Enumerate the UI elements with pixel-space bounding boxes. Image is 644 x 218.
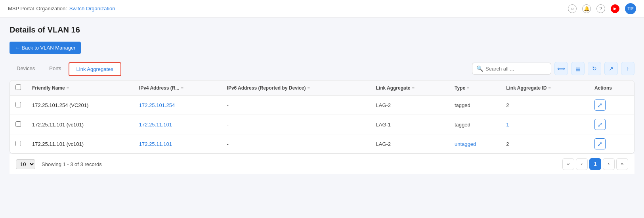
- col-ipv6: IPv6 Address (Reported by Device) ≡: [222, 80, 371, 96]
- expand-row-button-1[interactable]: ⤢: [594, 119, 606, 130]
- row-actions-0[interactable]: ⤢: [589, 96, 634, 115]
- row-ipv6-2: -: [222, 134, 371, 154]
- switch-org-link[interactable]: Switch Organization: [69, 6, 115, 11]
- row-friendly-name-0: 172.25.101.254 (VC201): [27, 96, 134, 115]
- col-lag-id: Link Aggregate ID ≡: [501, 80, 589, 96]
- row-friendly-name-2: 172.25.11.101 (vc101): [27, 134, 134, 154]
- page-title: Details of VLAN 16: [10, 25, 634, 34]
- tab-link-aggregates[interactable]: Link Aggregates: [69, 62, 121, 76]
- search-icon: 🔍: [476, 65, 483, 72]
- last-page-button[interactable]: »: [616, 158, 628, 170]
- pagination-bar: 10 25 50 Showing 1 - 3 of 3 records « ‹ …: [10, 154, 634, 174]
- page-content: Details of VLAN 16 ← Back to VLAN Manage…: [0, 17, 644, 218]
- refresh-button[interactable]: ↻: [588, 62, 601, 75]
- row-actions-1[interactable]: ⤢: [589, 115, 634, 134]
- row-checkbox-0[interactable]: [15, 102, 21, 107]
- header: MSP Portal Organization: Switch Organiza…: [0, 0, 644, 17]
- row-lag-2: LAG-2: [370, 134, 449, 154]
- table-container: Friendly Name ≡ IPv4 Address (R... ≡ IPv…: [10, 80, 634, 154]
- row-type-2: untagged: [449, 134, 501, 154]
- youtube-icon[interactable]: ▶: [611, 4, 619, 13]
- org-label: Organization:: [36, 6, 67, 11]
- search-header-icon[interactable]: ○: [568, 4, 577, 13]
- tabs-toolbar: Devices Ports Link Aggregates 🔍 ⟺ ▤ ↻ ↗ …: [10, 62, 634, 75]
- col-link-aggregate: Link Aggregate ≡: [370, 80, 449, 96]
- row-ipv4-1[interactable]: 172.25.11.101: [134, 115, 222, 134]
- row-checkbox-cell-2[interactable]: [10, 134, 27, 154]
- row-ipv6-1: -: [222, 115, 371, 134]
- row-lag-0: LAG-2: [370, 96, 449, 115]
- expand-row-button-0[interactable]: ⤢: [594, 99, 606, 111]
- filter-ipv4-icon[interactable]: ≡: [181, 86, 183, 90]
- filter-lag-id-icon[interactable]: ≡: [548, 86, 550, 90]
- row-ipv6-0: -: [222, 96, 371, 115]
- per-page-control: 10 25 50: [16, 159, 35, 169]
- filter-friendly-name-icon[interactable]: ≡: [67, 86, 69, 90]
- showing-text: Showing 1 - 3 of 3 records: [42, 161, 102, 167]
- row-lag-id-2: 2: [501, 134, 589, 154]
- per-page-select[interactable]: 10 25 50: [16, 159, 35, 169]
- avatar[interactable]: TP: [625, 3, 636, 14]
- col-actions: Actions: [589, 80, 634, 96]
- main-table: Friendly Name ≡ IPv4 Address (R... ≡ IPv…: [10, 80, 634, 153]
- table-header-row: Friendly Name ≡ IPv4 Address (R... ≡ IPv…: [10, 80, 634, 96]
- row-type-0: tagged: [449, 96, 501, 115]
- filter-type-icon[interactable]: ≡: [467, 86, 469, 90]
- row-type-1: tagged: [449, 115, 501, 134]
- table-row: 172.25.11.101 (vc101) 172.25.11.101 - LA…: [10, 115, 634, 134]
- row-lag-id-0: 2: [501, 96, 589, 115]
- row-checkbox-cell-1[interactable]: [10, 115, 27, 134]
- col-friendly-name: Friendly Name ≡: [27, 80, 134, 96]
- header-right: ○ 🔔 ? ▶ TP: [568, 3, 636, 14]
- search-input[interactable]: [485, 66, 547, 72]
- prev-page-button[interactable]: ‹: [576, 158, 588, 170]
- back-to-vlan-manager-button[interactable]: ← Back to VLAN Manager: [10, 42, 81, 54]
- filter-lag-icon[interactable]: ≡: [412, 86, 414, 90]
- search-box: 🔍: [472, 63, 551, 75]
- filter-ipv6-icon[interactable]: ≡: [308, 86, 310, 90]
- upload-button[interactable]: ↑: [621, 62, 634, 75]
- app-label: MSP Portal: [8, 6, 34, 11]
- expand-columns-button[interactable]: ⟺: [554, 62, 568, 75]
- table-row: 172.25.101.254 (VC201) 172.25.101.254 - …: [10, 96, 634, 115]
- bell-icon[interactable]: 🔔: [582, 4, 591, 13]
- col-ipv4: IPv4 Address (R... ≡: [134, 80, 222, 96]
- row-actions-2[interactable]: ⤢: [589, 134, 634, 154]
- col-type: Type ≡: [449, 80, 501, 96]
- select-all-checkbox[interactable]: [15, 84, 21, 90]
- first-page-button[interactable]: «: [562, 158, 574, 170]
- help-icon[interactable]: ?: [596, 4, 605, 13]
- table-row: 172.25.11.101 (vc101) 172.25.11.101 - LA…: [10, 134, 634, 154]
- row-ipv4-0[interactable]: 172.25.101.254: [134, 96, 222, 115]
- row-friendly-name-1: 172.25.11.101 (vc101): [27, 115, 134, 134]
- row-checkbox-1[interactable]: [15, 121, 21, 127]
- tabs-container: Devices Ports Link Aggregates: [10, 62, 121, 75]
- header-left: MSP Portal Organization: Switch Organiza…: [8, 6, 115, 11]
- row-lag-1: LAG-1: [370, 115, 449, 134]
- toolbar-right: 🔍 ⟺ ▤ ↻ ↗ ↑: [472, 62, 634, 75]
- row-lag-id-1: 1: [501, 115, 589, 134]
- row-checkbox-2[interactable]: [15, 141, 21, 146]
- select-all-header[interactable]: [10, 80, 27, 96]
- pagination-controls: « ‹ 1 › »: [562, 158, 628, 170]
- tab-ports[interactable]: Ports: [42, 62, 68, 75]
- row-checkbox-cell-0[interactable]: [10, 96, 27, 115]
- next-page-button[interactable]: ›: [603, 158, 615, 170]
- filter-button[interactable]: ▤: [571, 62, 585, 75]
- row-ipv4-2[interactable]: 172.25.11.101: [134, 134, 222, 154]
- tab-devices[interactable]: Devices: [10, 62, 42, 75]
- expand-row-button-2[interactable]: ⤢: [594, 138, 606, 149]
- page-1-button[interactable]: 1: [589, 158, 601, 170]
- export-button[interactable]: ↗: [604, 62, 618, 75]
